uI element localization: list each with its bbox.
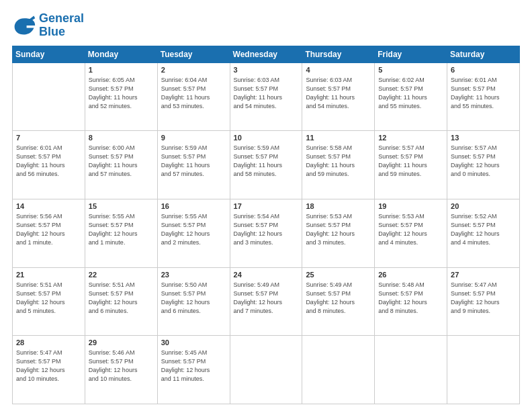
calendar-week-5: 28Sunrise: 5:47 AM Sunset: 5:57 PM Dayli…	[13, 336, 520, 404]
day-number: 26	[378, 271, 443, 279]
day-number: 19	[378, 202, 443, 210]
header: GeneralBlue	[12, 12, 520, 39]
day-info: Sunrise: 5:53 AM Sunset: 5:57 PM Dayligh…	[378, 212, 443, 247]
day-number: 28	[16, 338, 81, 347]
calendar-cell: 2Sunrise: 6:04 AM Sunset: 5:57 PM Daylig…	[157, 62, 230, 131]
day-info: Sunrise: 5:52 AM Sunset: 5:57 PM Dayligh…	[451, 212, 516, 247]
day-number: 6	[451, 66, 516, 74]
calendar-cell: 9Sunrise: 5:59 AM Sunset: 5:57 PM Daylig…	[157, 131, 230, 199]
day-info: Sunrise: 5:47 AM Sunset: 5:57 PM Dayligh…	[16, 349, 81, 383]
calendar-cell: 19Sunrise: 5:53 AM Sunset: 5:57 PM Dayli…	[375, 199, 447, 267]
day-number: 24	[234, 271, 299, 279]
calendar-cell: 17Sunrise: 5:54 AM Sunset: 5:57 PM Dayli…	[230, 199, 302, 267]
calendar-header-tuesday: Tuesday	[157, 46, 230, 62]
calendar-cell: 4Sunrise: 6:03 AM Sunset: 5:57 PM Daylig…	[302, 62, 375, 131]
calendar-cell: 7Sunrise: 6:01 AM Sunset: 5:57 PM Daylig…	[13, 131, 85, 199]
calendar-header-friday: Friday	[375, 46, 447, 62]
day-info: Sunrise: 5:49 AM Sunset: 5:57 PM Dayligh…	[234, 281, 299, 316]
calendar-cell: 26Sunrise: 5:48 AM Sunset: 5:57 PM Dayli…	[375, 267, 447, 336]
day-info: Sunrise: 5:45 AM Sunset: 5:57 PM Dayligh…	[161, 349, 226, 383]
calendar-cell: 29Sunrise: 5:46 AM Sunset: 5:57 PM Dayli…	[85, 336, 157, 404]
calendar-cell: 28Sunrise: 5:47 AM Sunset: 5:57 PM Dayli…	[13, 336, 85, 404]
calendar-cell: 15Sunrise: 5:55 AM Sunset: 5:57 PM Dayli…	[85, 199, 157, 267]
calendar-header-wednesday: Wednesday	[230, 46, 302, 62]
day-number: 4	[306, 66, 371, 74]
calendar-cell	[447, 336, 520, 404]
logo-icon	[12, 13, 36, 38]
day-number: 27	[451, 271, 516, 279]
day-number: 23	[161, 271, 226, 279]
calendar-cell	[230, 336, 302, 404]
day-number: 11	[306, 134, 371, 142]
calendar-cell: 14Sunrise: 5:56 AM Sunset: 5:57 PM Dayli…	[13, 199, 85, 267]
calendar-cell: 27Sunrise: 5:47 AM Sunset: 5:57 PM Dayli…	[447, 267, 520, 336]
day-number: 17	[234, 202, 299, 210]
day-info: Sunrise: 6:04 AM Sunset: 5:57 PM Dayligh…	[161, 76, 226, 111]
day-info: Sunrise: 5:55 AM Sunset: 5:57 PM Dayligh…	[89, 212, 154, 247]
calendar-cell: 3Sunrise: 6:03 AM Sunset: 5:57 PM Daylig…	[230, 62, 302, 131]
day-info: Sunrise: 5:47 AM Sunset: 5:57 PM Dayligh…	[451, 281, 516, 316]
day-info: Sunrise: 5:46 AM Sunset: 5:57 PM Dayligh…	[89, 349, 154, 383]
logo-text: GeneralBlue	[39, 12, 84, 39]
calendar-cell: 16Sunrise: 5:55 AM Sunset: 5:57 PM Dayli…	[157, 199, 230, 267]
day-number: 13	[451, 134, 516, 142]
calendar-cell: 13Sunrise: 5:57 AM Sunset: 5:57 PM Dayli…	[447, 131, 520, 199]
day-info: Sunrise: 6:05 AM Sunset: 5:57 PM Dayligh…	[89, 76, 154, 111]
calendar-cell: 8Sunrise: 6:00 AM Sunset: 5:57 PM Daylig…	[85, 131, 157, 199]
day-number: 29	[89, 338, 154, 347]
day-number: 10	[234, 134, 299, 142]
day-info: Sunrise: 5:56 AM Sunset: 5:57 PM Dayligh…	[16, 212, 81, 247]
day-info: Sunrise: 6:01 AM Sunset: 5:57 PM Dayligh…	[16, 144, 81, 179]
calendar-header-saturday: Saturday	[447, 46, 520, 62]
day-number: 16	[161, 202, 226, 210]
day-number: 5	[378, 66, 443, 74]
day-info: Sunrise: 5:53 AM Sunset: 5:57 PM Dayligh…	[306, 212, 371, 247]
day-info: Sunrise: 6:02 AM Sunset: 5:57 PM Dayligh…	[378, 76, 443, 111]
day-info: Sunrise: 5:57 AM Sunset: 5:57 PM Dayligh…	[451, 144, 516, 179]
calendar-cell: 23Sunrise: 5:50 AM Sunset: 5:57 PM Dayli…	[157, 267, 230, 336]
calendar-header-thursday: Thursday	[302, 46, 375, 62]
day-info: Sunrise: 5:59 AM Sunset: 5:57 PM Dayligh…	[234, 144, 299, 179]
calendar-cell: 11Sunrise: 5:58 AM Sunset: 5:57 PM Dayli…	[302, 131, 375, 199]
day-number: 30	[161, 338, 226, 347]
calendar-cell: 25Sunrise: 5:49 AM Sunset: 5:57 PM Dayli…	[302, 267, 375, 336]
day-info: Sunrise: 5:50 AM Sunset: 5:57 PM Dayligh…	[161, 281, 226, 316]
calendar-cell: 24Sunrise: 5:49 AM Sunset: 5:57 PM Dayli…	[230, 267, 302, 336]
day-number: 12	[378, 134, 443, 142]
calendar-cell	[302, 336, 375, 404]
day-info: Sunrise: 5:48 AM Sunset: 5:57 PM Dayligh…	[378, 281, 443, 316]
calendar-cell: 22Sunrise: 5:51 AM Sunset: 5:57 PM Dayli…	[85, 267, 157, 336]
day-info: Sunrise: 6:03 AM Sunset: 5:57 PM Dayligh…	[234, 76, 299, 111]
day-number: 7	[16, 134, 81, 142]
day-info: Sunrise: 6:01 AM Sunset: 5:57 PM Dayligh…	[451, 76, 516, 111]
day-info: Sunrise: 6:03 AM Sunset: 5:57 PM Dayligh…	[306, 76, 371, 111]
day-number: 22	[89, 271, 154, 279]
day-info: Sunrise: 5:55 AM Sunset: 5:57 PM Dayligh…	[161, 212, 226, 247]
calendar-cell: 5Sunrise: 6:02 AM Sunset: 5:57 PM Daylig…	[375, 62, 447, 131]
calendar-week-4: 21Sunrise: 5:51 AM Sunset: 5:57 PM Dayli…	[13, 267, 520, 336]
page: GeneralBlue SundayMondayTuesdayWednesday…	[0, 0, 532, 411]
calendar-cell	[13, 62, 85, 131]
calendar-cell: 10Sunrise: 5:59 AM Sunset: 5:57 PM Dayli…	[230, 131, 302, 199]
calendar-cell: 18Sunrise: 5:53 AM Sunset: 5:57 PM Dayli…	[302, 199, 375, 267]
calendar-table: SundayMondayTuesdayWednesdayThursdayFrid…	[12, 46, 520, 404]
day-info: Sunrise: 5:51 AM Sunset: 5:57 PM Dayligh…	[89, 281, 154, 316]
day-number: 21	[16, 271, 81, 279]
logo: GeneralBlue	[12, 12, 84, 39]
day-info: Sunrise: 5:57 AM Sunset: 5:57 PM Dayligh…	[378, 144, 443, 179]
day-info: Sunrise: 5:51 AM Sunset: 5:57 PM Dayligh…	[16, 281, 81, 316]
calendar-header-monday: Monday	[85, 46, 157, 62]
day-number: 1	[89, 66, 154, 74]
calendar-cell	[375, 336, 447, 404]
calendar-week-3: 14Sunrise: 5:56 AM Sunset: 5:57 PM Dayli…	[13, 199, 520, 267]
day-number: 25	[306, 271, 371, 279]
calendar-week-1: 1Sunrise: 6:05 AM Sunset: 5:57 PM Daylig…	[13, 62, 520, 131]
day-number: 20	[451, 202, 516, 210]
day-info: Sunrise: 5:54 AM Sunset: 5:57 PM Dayligh…	[234, 212, 299, 247]
calendar-cell: 20Sunrise: 5:52 AM Sunset: 5:57 PM Dayli…	[447, 199, 520, 267]
calendar-header-sunday: Sunday	[13, 46, 85, 62]
calendar-header-row: SundayMondayTuesdayWednesdayThursdayFrid…	[13, 46, 520, 62]
day-number: 14	[16, 202, 81, 210]
day-number: 15	[89, 202, 154, 210]
day-number: 2	[161, 66, 226, 74]
